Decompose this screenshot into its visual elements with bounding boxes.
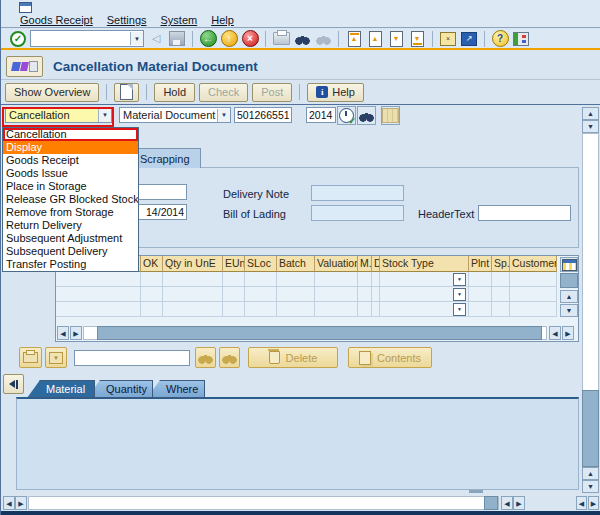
- post-button[interactable]: Post: [252, 83, 292, 102]
- customize-layout-icon[interactable]: [512, 30, 530, 48]
- enter-icon[interactable]: ✓: [9, 30, 27, 48]
- menu-goods-receipt[interactable]: Goods Receipt: [13, 14, 100, 26]
- reference-combo-dropdown-icon[interactable]: ▼: [217, 109, 230, 122]
- table-scroll-right-icon[interactable]: ▶: [70, 326, 82, 340]
- column-header-m[interactable]: M..: [358, 256, 372, 272]
- cancel-icon[interactable]: ×: [241, 30, 259, 48]
- column-header-sp[interactable]: Sp..: [492, 256, 510, 272]
- find-icon[interactable]: [293, 30, 311, 48]
- back-triangle-icon[interactable]: ◁: [147, 30, 165, 48]
- dropdown-item-display[interactable]: Display: [3, 141, 138, 154]
- table-scroll-up-icon[interactable]: ▲: [560, 290, 578, 303]
- table-row[interactable]: ▼: [56, 287, 557, 302]
- item-search-input[interactable]: [74, 350, 190, 366]
- back-icon[interactable]: ←: [199, 30, 217, 48]
- dropdown-item-cancellation[interactable]: Cancellation: [3, 128, 138, 141]
- command-input[interactable]: [31, 32, 130, 46]
- table-scroll-left-icon[interactable]: ◀: [57, 326, 69, 340]
- tab-quantity[interactable]: Quantity: [87, 380, 153, 398]
- column-header-plnt[interactable]: Plnt: [469, 256, 492, 272]
- new-session-icon[interactable]: ×: [439, 30, 457, 48]
- action-combo-dropdown-icon[interactable]: ▼: [98, 109, 111, 122]
- page-scroll-left-icon[interactable]: ◀: [3, 496, 15, 510]
- stock-type-dropdown-icon[interactable]: ▼: [453, 273, 466, 286]
- tab-scrapping[interactable]: Scrapping: [131, 148, 201, 168]
- page-scroll-left-icon[interactable]: ◀: [501, 496, 513, 510]
- show-overview-button[interactable]: Show Overview: [5, 83, 99, 102]
- dropdown-item-return-delivery[interactable]: Return Delivery: [3, 219, 138, 232]
- save-icon[interactable]: [168, 30, 186, 48]
- item-find-button[interactable]: [195, 347, 216, 368]
- table-hscroll-thumb[interactable]: [97, 326, 542, 340]
- page-scroll-up-icon[interactable]: ▲: [582, 107, 599, 120]
- table-scroll-right-icon[interactable]: ▶: [562, 326, 574, 340]
- column-header-ok[interactable]: OK: [141, 256, 163, 272]
- help-icon[interactable]: ?: [491, 30, 509, 48]
- exit-icon[interactable]: ↑: [220, 30, 238, 48]
- contents-button[interactable]: Contents: [348, 347, 432, 368]
- hold-button[interactable]: Hold: [154, 83, 195, 102]
- dropdown-item-release-gr-blocked-stock[interactable]: Release GR Blocked Stock: [3, 193, 138, 206]
- page-scroll-right-icon[interactable]: ▶: [15, 496, 27, 510]
- help-button[interactable]: i Help: [307, 83, 364, 102]
- menu-help[interactable]: Help: [204, 14, 241, 26]
- command-dropdown-icon[interactable]: ▼: [130, 32, 143, 45]
- column-header-d[interactable]: D: [372, 256, 380, 272]
- page-vscroll-thumb[interactable]: [582, 390, 599, 467]
- table-row[interactable]: ▼: [56, 302, 557, 317]
- page-down-icon[interactable]: ▼: [387, 30, 405, 48]
- table-row[interactable]: ▼: [56, 272, 557, 287]
- delete-button[interactable]: Delete: [248, 347, 338, 368]
- dropdown-item-remove-from-storage[interactable]: Remove from Storage: [3, 206, 138, 219]
- action-combo[interactable]: Cancellation ▼: [5, 107, 112, 123]
- item-sort-button[interactable]: ▼: [45, 347, 67, 368]
- dropdown-item-goods-issue[interactable]: Goods Issue: [3, 167, 138, 180]
- tab-where[interactable]: Where: [147, 380, 205, 398]
- column-header-sloc[interactable]: SLoc: [245, 256, 277, 272]
- page-scroll-right-icon[interactable]: ▶: [513, 496, 525, 510]
- reference-combo[interactable]: Material Document ▼: [119, 107, 231, 123]
- stock-type-dropdown-icon[interactable]: ▼: [453, 303, 466, 316]
- print-icon[interactable]: [272, 30, 290, 48]
- first-page-icon[interactable]: ▲: [345, 30, 363, 48]
- new-document-button[interactable]: [114, 83, 139, 102]
- item-overview-icon[interactable]: [381, 106, 400, 125]
- dropdown-item-subsequent-delivery[interactable]: Subsequent Delivery: [3, 245, 138, 258]
- command-field[interactable]: ▼: [30, 30, 144, 47]
- tab-material[interactable]: Material: [27, 380, 95, 398]
- find-next-icon[interactable]: [314, 30, 332, 48]
- table-vscroll-thumb[interactable]: [560, 273, 578, 288]
- column-header-qty[interactable]: Qty in UnE: [163, 256, 223, 272]
- execute-icon[interactable]: [337, 106, 356, 125]
- stock-type-dropdown-icon[interactable]: ▼: [453, 288, 466, 301]
- collapse-detail-button[interactable]: [3, 374, 24, 394]
- table-settings-button[interactable]: [560, 257, 578, 272]
- page-scroll-down-icon[interactable]: ▼: [582, 480, 599, 493]
- item-find-next-button[interactable]: [219, 347, 240, 368]
- column-header-eun[interactable]: EUn: [223, 256, 245, 272]
- page-scroll-down-icon[interactable]: ▼: [582, 120, 599, 133]
- column-header-valuation[interactable]: Valuation T..: [315, 256, 358, 272]
- table-scroll-left-icon[interactable]: ◀: [549, 326, 561, 340]
- column-header-batch[interactable]: Batch: [277, 256, 315, 272]
- table-scroll-down-icon[interactable]: ▼: [560, 304, 578, 317]
- column-header-stock-type[interactable]: Stock Type: [380, 256, 469, 272]
- document-year-input[interactable]: [306, 107, 336, 123]
- transaction-icon[interactable]: [6, 56, 43, 77]
- check-button[interactable]: Check: [199, 83, 248, 102]
- corner-scroll-right-icon[interactable]: ▶: [588, 496, 599, 510]
- resize-grip[interactable]: [469, 490, 483, 493]
- column-header-customer[interactable]: Customer: [510, 256, 557, 272]
- menu-settings[interactable]: Settings: [100, 14, 154, 26]
- dropdown-item-subsequent-adjustment[interactable]: Subsequent Adjustment: [3, 232, 138, 245]
- search-icon[interactable]: [357, 106, 376, 125]
- shortcut-icon[interactable]: ↗: [460, 30, 478, 48]
- menu-system[interactable]: System: [154, 14, 205, 26]
- dropdown-item-transfer-posting[interactable]: Transfer Posting: [3, 258, 138, 271]
- document-number-input[interactable]: [234, 107, 292, 123]
- dropdown-item-goods-receipt[interactable]: Goods Receipt: [3, 154, 138, 167]
- page-hscroll-thumb[interactable]: [484, 496, 498, 510]
- corner-scroll-left-icon[interactable]: ◀: [576, 496, 587, 510]
- item-print-button[interactable]: [19, 347, 42, 368]
- header-text-input[interactable]: [478, 205, 571, 221]
